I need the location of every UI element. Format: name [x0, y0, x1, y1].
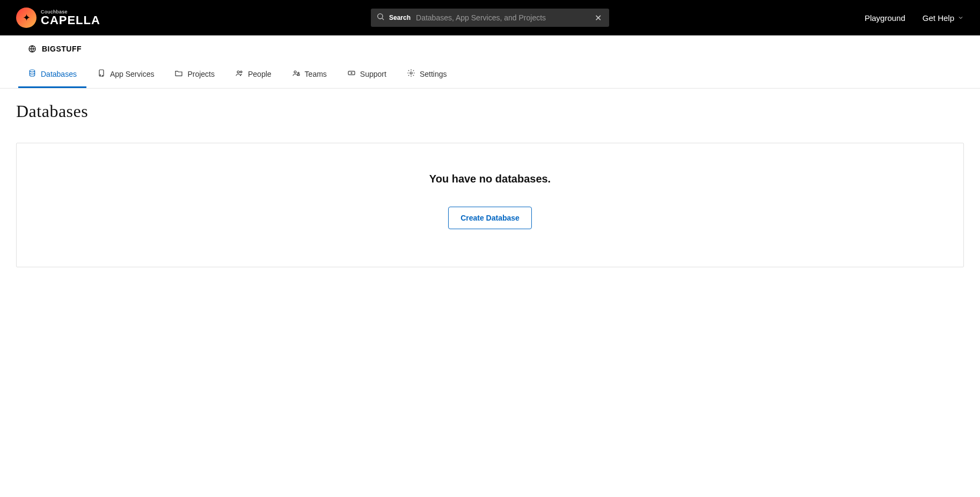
get-help-menu[interactable]: Get Help [923, 13, 964, 23]
tab-label: Databases [41, 70, 77, 78]
top-right-nav: Playground Get Help [865, 13, 964, 23]
tab-label: App Services [110, 70, 154, 78]
tab-databases[interactable]: Databases [18, 62, 86, 88]
page-title: Databases [16, 101, 964, 121]
tab-label: Settings [420, 70, 447, 78]
people-icon [235, 69, 244, 79]
ticket-icon [347, 69, 356, 79]
svg-point-7 [240, 71, 242, 72]
global-search[interactable]: Search ✕ [371, 9, 609, 27]
logo-text: Couchbase CAPELLA [41, 10, 100, 26]
search-label: Search [389, 14, 411, 21]
tab-support[interactable]: Support [338, 62, 396, 88]
org-name-text: BIGSTUFF [42, 45, 82, 53]
sync-icon [97, 69, 106, 79]
svg-rect-11 [348, 71, 355, 75]
page-body: Databases You have no databases. Create … [0, 89, 980, 280]
svg-point-9 [297, 72, 299, 74]
tab-label: Teams [305, 70, 327, 78]
empty-state-card: You have no databases. Create Database [16, 143, 964, 267]
tab-projects[interactable]: Projects [165, 62, 224, 88]
tab-label: Support [360, 70, 386, 78]
tab-app-services[interactable]: App Services [87, 62, 164, 88]
svg-point-0 [378, 14, 383, 19]
primary-tabs: Databases App Services Projects People T… [0, 62, 980, 89]
search-icon [376, 12, 385, 23]
svg-point-13 [410, 72, 412, 74]
logo-mark-icon: ✦ [16, 8, 36, 28]
svg-point-12 [351, 72, 352, 74]
chevron-down-icon [957, 13, 964, 23]
gear-icon [407, 69, 415, 79]
svg-rect-10 [297, 74, 299, 76]
search-clear-icon[interactable]: ✕ [593, 12, 604, 24]
playground-link[interactable]: Playground [865, 13, 905, 23]
logo[interactable]: ✦ Couchbase CAPELLA [16, 8, 100, 28]
get-help-label: Get Help [923, 13, 954, 23]
globe-icon [28, 45, 36, 53]
svg-point-6 [237, 71, 239, 73]
empty-state-heading: You have no databases. [27, 173, 953, 185]
topbar: ✦ Couchbase CAPELLA Search ✕ Playground … [0, 0, 980, 35]
search-input[interactable] [416, 13, 593, 22]
team-icon [292, 69, 301, 79]
tab-label: Projects [187, 70, 215, 78]
tab-people[interactable]: People [225, 62, 281, 88]
folder-icon [174, 69, 183, 79]
org-breadcrumb[interactable]: BIGSTUFF [28, 45, 82, 53]
database-icon [28, 69, 36, 79]
org-row: BIGSTUFF [0, 35, 980, 62]
logo-line2: CAPELLA [41, 14, 100, 26]
create-database-button[interactable]: Create Database [448, 207, 532, 229]
svg-point-8 [294, 71, 296, 73]
svg-line-1 [382, 18, 384, 20]
svg-point-4 [30, 70, 34, 72]
tab-label: People [248, 70, 272, 78]
tab-settings[interactable]: Settings [397, 62, 457, 88]
tab-teams[interactable]: Teams [282, 62, 337, 88]
